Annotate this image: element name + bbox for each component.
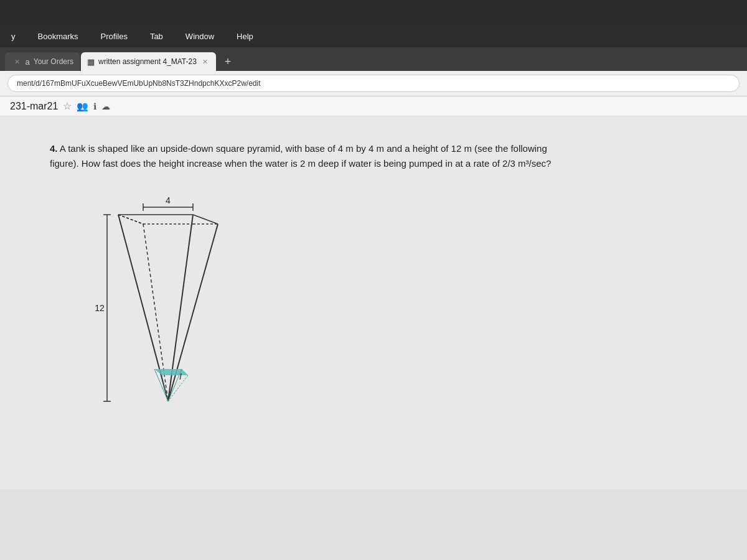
doc-title-bar: 231-mar21 ☆ 👥 ℹ ☁ (0, 96, 747, 116)
svg-line-9 (118, 215, 143, 224)
menu-bar: y Bookmarks Profiles Tab Window Help (0, 25, 747, 47)
menu-item-window[interactable]: Window (182, 29, 218, 44)
tab-orders-icon: a (26, 57, 30, 67)
tab-assignment-close[interactable]: ✕ (200, 57, 210, 67)
people-icon[interactable]: 👥 (77, 101, 88, 112)
tab-orders-label: Your Orders (34, 57, 73, 66)
new-tab-button[interactable]: + (220, 52, 237, 71)
cloud-icon[interactable]: ☁ (101, 101, 110, 111)
address-bar-area (0, 71, 747, 96)
svg-line-8 (193, 215, 218, 224)
page-content: 4. A tank is shaped like an upside-down … (0, 116, 747, 490)
tab-orders-close[interactable]: ✕ (12, 57, 22, 67)
problem-body: A tank is shaped like an upside-down squ… (50, 143, 551, 169)
figure-container: 4 (50, 190, 697, 426)
star-icon[interactable]: ☆ (63, 100, 72, 112)
info-icon[interactable]: ℹ (93, 101, 96, 111)
menu-item-y[interactable]: y (7, 29, 19, 44)
menu-item-tab[interactable]: Tab (146, 29, 167, 44)
tab-assignment[interactable]: ▦ written assignment 4_MAT-23 ✕ (81, 52, 216, 71)
doc-title: 231-mar21 (10, 101, 58, 112)
svg-text:4: 4 (166, 195, 171, 205)
svg-text:I: I (179, 371, 182, 381)
address-bar-input[interactable] (7, 75, 740, 92)
pyramid-figure: 4 (75, 190, 261, 426)
tab-bar: ✕ a Your Orders ▦ written assignment 4_M… (0, 47, 747, 71)
tab-assignment-label: written assignment 4_MAT-23 (98, 57, 197, 66)
problem-number: 4. (50, 143, 58, 154)
svg-marker-15 (154, 369, 188, 375)
tab-orders[interactable]: ✕ a Your Orders (5, 52, 80, 71)
tab-assignment-icon: ▦ (87, 57, 95, 67)
os-bar (0, 0, 747, 25)
menu-item-help[interactable]: Help (233, 29, 257, 44)
menu-item-bookmarks[interactable]: Bookmarks (34, 29, 82, 44)
svg-text:12: 12 (95, 303, 105, 313)
menu-item-profiles[interactable]: Profiles (97, 29, 131, 44)
problem-text: 4. A tank is shaped like an upside-down … (50, 141, 560, 171)
